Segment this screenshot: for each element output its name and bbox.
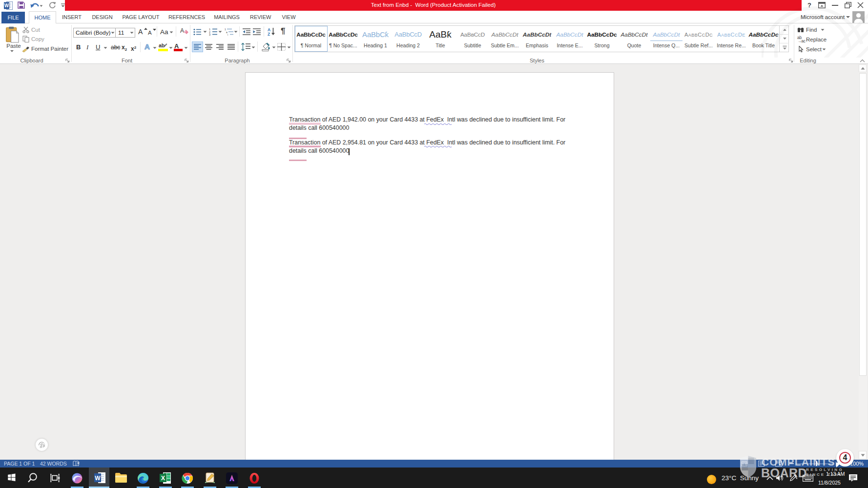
svg-text:Z: Z [268,32,270,36]
svg-text:3: 3 [209,33,210,36]
svg-text:W: W [4,3,9,8]
svg-text:X: X [161,475,165,482]
svg-text:A: A [180,27,184,34]
svg-text:W: W [95,475,101,482]
svg-text:i: i [227,33,228,36]
